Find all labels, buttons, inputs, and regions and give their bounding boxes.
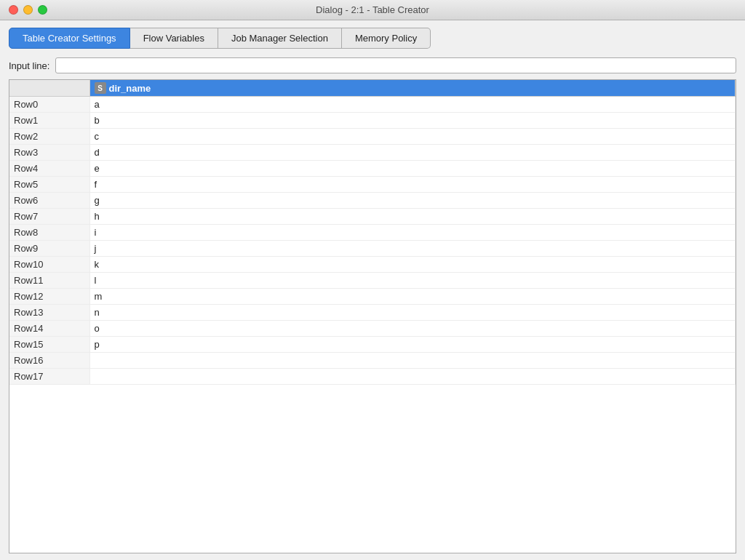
tab-table-creator[interactable]: Table Creator Settings [9, 28, 130, 49]
input-line-label: Input line: [9, 60, 49, 71]
title-bar: Dialog - 2:1 - Table Creator [0, 0, 745, 20]
cell-dir_name[interactable]: j [89, 241, 736, 257]
col-label-dir_name: dir_name [109, 83, 151, 94]
cell-dir_name[interactable]: g [89, 193, 736, 209]
cell-dir_name[interactable]: l [89, 273, 736, 289]
table-row[interactable]: Row7h [9, 209, 736, 225]
row-id-cell: Row13 [9, 305, 89, 321]
cell-dir_name[interactable] [89, 353, 736, 369]
tab-bar: Table Creator SettingsFlow VariablesJob … [9, 28, 736, 49]
row-id-cell: Row6 [9, 193, 89, 209]
row-id-cell: Row9 [9, 241, 89, 257]
minimize-button[interactable] [23, 5, 33, 15]
cell-dir_name[interactable]: p [89, 337, 736, 353]
table-row[interactable]: Row8i [9, 225, 736, 241]
table-row[interactable]: Row11l [9, 273, 736, 289]
string-type-icon: S [95, 82, 106, 94]
cell-dir_name[interactable]: d [89, 145, 736, 161]
table-row[interactable]: Row14o [9, 321, 736, 337]
window-body: Table Creator SettingsFlow VariablesJob … [0, 20, 745, 560]
row-id-cell: Row7 [9, 209, 89, 225]
table-row[interactable]: Row10k [9, 257, 736, 273]
row-id-cell: Row4 [9, 161, 89, 177]
tab-memory-policy[interactable]: Memory Policy [342, 28, 431, 49]
cell-dir_name[interactable]: a [89, 97, 736, 113]
window-title: Dialog - 2:1 - Table Creator [316, 4, 429, 15]
row-id-cell: Row14 [9, 321, 89, 337]
close-button[interactable] [9, 5, 18, 15]
table-header-row: S dir_name [9, 80, 736, 97]
cell-dir_name[interactable]: m [89, 289, 736, 305]
table-row[interactable]: Row13n [9, 305, 736, 321]
table-scroll-area[interactable]: S dir_name Row0aRow1bRow2cRow3dRow4eRow5… [9, 80, 736, 553]
cell-dir_name[interactable]: o [89, 321, 736, 337]
table-row[interactable]: Row17 [9, 369, 736, 385]
col-header-dir_name[interactable]: S dir_name [89, 80, 736, 97]
table-container: S dir_name Row0aRow1bRow2cRow3dRow4eRow5… [9, 79, 736, 553]
table-row[interactable]: Row15p [9, 337, 736, 353]
row-id-cell: Row16 [9, 353, 89, 369]
input-line-field[interactable] [55, 57, 736, 73]
row-id-cell: Row12 [9, 289, 89, 305]
table-row[interactable]: Row9j [9, 241, 736, 257]
cell-dir_name[interactable]: h [89, 209, 736, 225]
row-id-cell: Row0 [9, 97, 89, 113]
table-row[interactable]: Row6g [9, 193, 736, 209]
cell-dir_name[interactable]: e [89, 161, 736, 177]
input-line-row: Input line: [9, 57, 736, 73]
cell-dir_name[interactable] [89, 369, 736, 385]
cell-dir_name[interactable]: b [89, 113, 736, 129]
table-row[interactable]: Row1b [9, 113, 736, 129]
row-id-cell: Row1 [9, 113, 89, 129]
cell-dir_name[interactable]: i [89, 225, 736, 241]
cell-dir_name[interactable]: f [89, 177, 736, 193]
row-id-cell: Row15 [9, 337, 89, 353]
table-row[interactable]: Row4e [9, 161, 736, 177]
table-row[interactable]: Row0a [9, 97, 736, 113]
row-id-cell: Row10 [9, 257, 89, 273]
row-id-cell: Row8 [9, 225, 89, 241]
row-header-column [9, 80, 89, 97]
row-id-cell: Row11 [9, 273, 89, 289]
row-id-cell: Row5 [9, 177, 89, 193]
data-table: S dir_name Row0aRow1bRow2cRow3dRow4eRow5… [9, 80, 736, 385]
table-row[interactable]: Row12m [9, 289, 736, 305]
maximize-button[interactable] [38, 5, 47, 15]
window-controls [9, 5, 47, 15]
cell-dir_name[interactable]: n [89, 305, 736, 321]
row-id-cell: Row3 [9, 145, 89, 161]
cell-dir_name[interactable]: k [89, 257, 736, 273]
cell-dir_name[interactable]: c [89, 129, 736, 145]
table-inner: S dir_name Row0aRow1bRow2cRow3dRow4eRow5… [9, 80, 736, 553]
table-row[interactable]: Row5f [9, 177, 736, 193]
row-id-cell: Row17 [9, 369, 89, 385]
table-row[interactable]: Row16 [9, 353, 736, 369]
tab-job-manager[interactable]: Job Manager Selection [218, 28, 342, 49]
table-row[interactable]: Row3d [9, 145, 736, 161]
tab-flow-variables[interactable]: Flow Variables [130, 28, 218, 49]
table-row[interactable]: Row2c [9, 129, 736, 145]
row-id-cell: Row2 [9, 129, 89, 145]
